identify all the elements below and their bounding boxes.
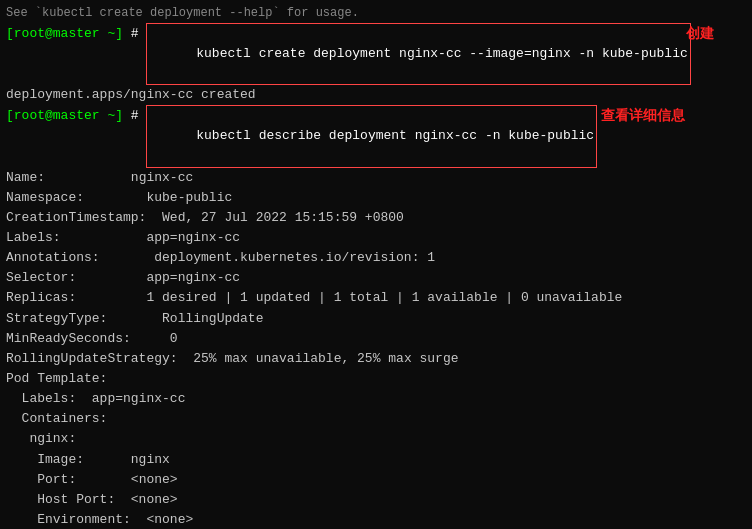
- labels-line: Labels: app=nginx-cc: [6, 228, 746, 248]
- cmd2-hash: #: [123, 106, 146, 126]
- annotations-line: Annotations: deployment.kubernetes.io/re…: [6, 248, 746, 268]
- replicas-label: Replicas:: [6, 288, 76, 308]
- strategy-val: RollingUpdate: [107, 309, 263, 329]
- selector-val: app=nginx-cc: [76, 268, 240, 288]
- selector-line: Selector: app=nginx-cc: [6, 268, 746, 288]
- command1-line: [root@master ~] # kubectl create deploym…: [6, 23, 746, 85]
- port-val: <none>: [76, 470, 177, 490]
- minready-val: 0: [131, 329, 178, 349]
- labels-val: app=nginx-cc: [61, 228, 240, 248]
- port-line: Port: <none>: [6, 470, 746, 490]
- rolling-label: RollingUpdateStrategy:: [6, 349, 178, 369]
- hostport-line: Host Port: <none>: [6, 490, 746, 510]
- port-label: Port:: [6, 470, 76, 490]
- env-line: Environment: <none>: [6, 510, 746, 529]
- terminal: See `kubectl create deployment --help` f…: [0, 0, 752, 529]
- pod-line: Pod Template:: [6, 369, 746, 389]
- result1-line: deployment.apps/nginx-cc created: [6, 85, 746, 105]
- minready-line: MinReadySeconds: 0: [6, 329, 746, 349]
- scrollback-line: See `kubectl create deployment --help` f…: [6, 4, 746, 23]
- namespace-val: kube-public: [84, 188, 232, 208]
- hostport-label: Host Port:: [6, 490, 115, 510]
- annotation-create: 创建: [686, 23, 714, 45]
- strategy-label: StrategyType:: [6, 309, 107, 329]
- name-line: Name: nginx-cc: [6, 168, 746, 188]
- cmd2-text: kubectl describe deployment nginx-cc -n …: [196, 128, 594, 143]
- env-val: <none>: [131, 510, 193, 529]
- pod-label: Pod Template:: [6, 369, 107, 389]
- pod-labels-val: app=nginx-cc: [76, 389, 185, 409]
- selector-label: Selector:: [6, 268, 76, 288]
- annotation-detail: 查看详细信息: [601, 105, 685, 127]
- rolling-val: 25% max unavailable, 25% max surge: [178, 349, 459, 369]
- creation-label: CreationTimestamp:: [6, 208, 146, 228]
- name-label: Name:: [6, 168, 45, 188]
- prompt1: [root@master ~]: [6, 24, 123, 44]
- env-label: Environment:: [6, 510, 131, 529]
- creation-line: CreationTimestamp: Wed, 27 Jul 2022 15:1…: [6, 208, 746, 228]
- annotations-val: deployment.kubernetes.io/revision: 1: [100, 248, 435, 268]
- strategy-line: StrategyType: RollingUpdate: [6, 309, 746, 329]
- labels-label: Labels:: [6, 228, 61, 248]
- pod-labels-label: Labels:: [6, 389, 76, 409]
- replicas-line: Replicas: 1 desired | 1 updated | 1 tota…: [6, 288, 746, 308]
- nginx-label: nginx:: [6, 429, 76, 449]
- creation-val: Wed, 27 Jul 2022 15:15:59 +0800: [146, 208, 403, 228]
- result1-text: deployment.apps/nginx-cc created: [6, 85, 256, 105]
- image-label: Image:: [6, 450, 84, 470]
- containers-line: Containers:: [6, 409, 746, 429]
- prompt2: [root@master ~]: [6, 106, 123, 126]
- name-val: nginx-cc: [45, 168, 193, 188]
- image-val: nginx: [84, 450, 170, 470]
- cmd2-box: kubectl describe deployment nginx-cc -n …: [146, 105, 597, 167]
- namespace-line: Namespace: kube-public: [6, 188, 746, 208]
- command2-line: [root@master ~] # kubectl describe deplo…: [6, 105, 746, 167]
- cmd1-text: kubectl create deployment nginx-cc --ima…: [196, 46, 687, 61]
- image-line: Image: nginx: [6, 450, 746, 470]
- minready-label: MinReadySeconds:: [6, 329, 131, 349]
- annotations-label: Annotations:: [6, 248, 100, 268]
- namespace-label: Namespace:: [6, 188, 84, 208]
- containers-label: Containers:: [6, 409, 107, 429]
- replicas-val: 1 desired | 1 updated | 1 total | 1 avai…: [76, 288, 622, 308]
- hostport-val: <none>: [115, 490, 177, 510]
- cmd1-hash: #: [123, 24, 146, 44]
- cmd1-box: kubectl create deployment nginx-cc --ima…: [146, 23, 690, 85]
- pod-labels-line: Labels: app=nginx-cc: [6, 389, 746, 409]
- rolling-line: RollingUpdateStrategy: 25% max unavailab…: [6, 349, 746, 369]
- nginx-line: nginx:: [6, 429, 746, 449]
